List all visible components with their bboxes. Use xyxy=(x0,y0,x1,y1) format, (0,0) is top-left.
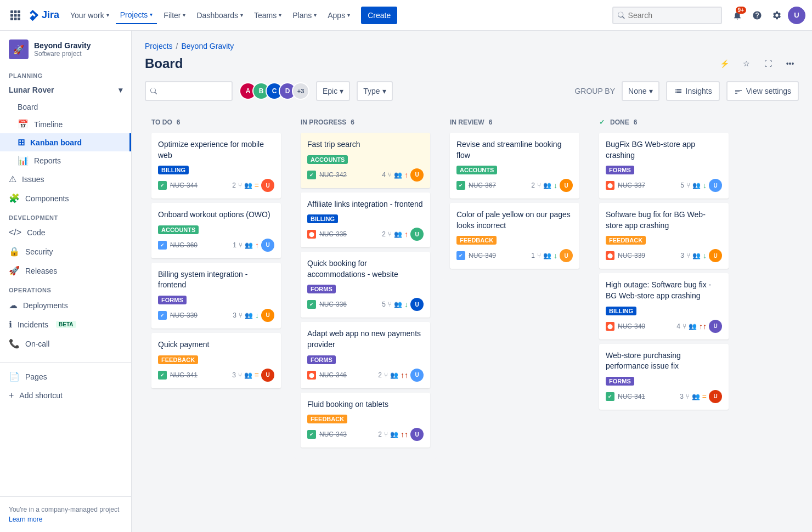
epic-dropdown[interactable]: Epic ▾ xyxy=(316,81,350,101)
card-tag: FEEDBACK xyxy=(307,415,347,423)
card-num: 3 xyxy=(680,393,684,400)
card-num: 5 xyxy=(382,301,386,308)
help-button[interactable] xyxy=(748,7,766,24)
kanban-card[interactable]: Quick payment FEEDBACK ✔ NUC-341 3 ⑂ 👥 =… xyxy=(151,333,281,388)
nav-projects[interactable]: Projects ▾ xyxy=(116,7,157,24)
nav-teams[interactable]: Teams ▾ xyxy=(250,7,286,24)
create-button[interactable]: Create xyxy=(361,7,397,24)
apps-grid-icon[interactable] xyxy=(7,7,24,24)
nav-dashboards[interactable]: Dashboards ▾ xyxy=(192,7,247,24)
card-tag: FEEDBACK xyxy=(456,236,497,245)
people-icon: 👥 xyxy=(244,182,252,189)
card-title: Billing system integration - frontend xyxy=(158,269,274,291)
sidebar-incidents[interactable]: ℹ Incidents BETA xyxy=(0,315,131,334)
nav-your-work[interactable]: Your work ▾ xyxy=(66,7,114,24)
operations-section-label: OPERATIONS xyxy=(0,280,131,296)
type-dropdown[interactable]: Type ▾ xyxy=(357,81,392,101)
more-icon[interactable]: ••• xyxy=(781,55,799,72)
nav-filter[interactable]: Filter ▾ xyxy=(159,7,190,24)
card-assignee-avatar: U xyxy=(410,298,424,311)
svg-rect-2 xyxy=(18,10,20,13)
search-input[interactable] xyxy=(628,11,717,20)
nav-apps[interactable]: Apps ▾ xyxy=(323,7,354,24)
kanban-card[interactable]: Web-store purchasing performance issue f… xyxy=(599,344,729,410)
card-tag: FORMS xyxy=(606,377,634,386)
sidebar-components[interactable]: 🧩 Components xyxy=(0,189,131,208)
user-avatar[interactable]: U xyxy=(788,7,805,24)
card-assignee-avatar: U xyxy=(560,179,573,192)
sidebar-board-subitem[interactable]: Board xyxy=(0,99,131,115)
group-by-dropdown[interactable]: None ▾ xyxy=(622,81,659,101)
kanban-card[interactable]: Color of pale yellow on our pages looks … xyxy=(450,203,579,269)
sidebar-project-header[interactable]: 🚀 Beyond Gravity Software project xyxy=(0,31,131,66)
card-tag: FORMS xyxy=(307,355,336,364)
kanban-card[interactable]: Billing system integration - frontend FO… xyxy=(151,263,281,329)
card-tag: BILLING xyxy=(307,214,338,223)
logo-text: Jira xyxy=(42,9,59,21)
kanban-card[interactable]: BugFix BG Web-store app crashing FORMS ⬤… xyxy=(599,133,729,199)
card-title: High outage: Software bug fix - BG Web-s… xyxy=(606,280,722,301)
kanban-card[interactable]: Onboard workout options (OWO) ACCOUNTS ✔… xyxy=(151,203,281,258)
priority-icon: = xyxy=(255,371,259,380)
sidebar-add-shortcut[interactable]: + Add shortcut xyxy=(0,386,131,405)
kanban-card[interactable]: Affiliate links integration - frontend B… xyxy=(301,193,430,248)
card-title: Fluid booking on tablets xyxy=(307,399,424,410)
sidebar-kanban[interactable]: ⊞ Kanban board xyxy=(0,133,131,151)
sidebar-code[interactable]: </> Code xyxy=(0,223,131,242)
card-tag: FORMS xyxy=(606,166,634,174)
card-meta: 4 ⑂ 👥 ↑↑ U xyxy=(676,320,722,333)
avatar-filter[interactable]: A B C D +3 xyxy=(239,82,309,100)
breadcrumb-projects[interactable]: Projects xyxy=(145,42,173,50)
sidebar-reports[interactable]: 📊 Reports xyxy=(0,151,131,169)
priority-icon: ↑ xyxy=(255,241,259,250)
kanban-card[interactable]: Adapt web app no new payments provider F… xyxy=(301,322,430,388)
sidebar-deployments[interactable]: ☁ Deployments xyxy=(0,296,131,315)
sidebar-issues[interactable]: ⚠ Issues xyxy=(0,169,131,189)
fullscreen-icon[interactable]: ⛶ xyxy=(759,55,777,72)
kanban-column-done: ✓ DONE 6 BugFix BG Web-store app crashin… xyxy=(593,112,735,421)
jira-logo[interactable]: Jira xyxy=(26,9,59,22)
board-header: Board ⚡ ☆ ⛶ ••• xyxy=(145,55,799,72)
col-header-todo: TO DO 6 xyxy=(151,118,281,126)
global-search[interactable] xyxy=(612,7,722,24)
card-assignee-avatar: U xyxy=(410,369,424,382)
board-search[interactable] xyxy=(145,81,233,101)
sidebar-pages[interactable]: 📄 Pages xyxy=(0,367,131,386)
sidebar-security[interactable]: 🔒 Security xyxy=(0,242,131,261)
sidebar-timeline[interactable]: 📅 Timeline xyxy=(0,115,131,133)
card-tag: BILLING xyxy=(158,166,189,174)
kanban-card[interactable]: Fast trip search ACCOUNTS ✔ NUC-342 4 ⑂ … xyxy=(301,133,430,188)
kanban-card[interactable]: Quick booking for accommodations - websi… xyxy=(301,252,430,318)
breadcrumb-project[interactable]: Beyond Gravity xyxy=(181,42,234,50)
kanban-card[interactable]: High outage: Software bug fix - BG Web-s… xyxy=(599,273,729,339)
card-meta: 2 ⑂ 👥 = U xyxy=(232,179,274,192)
avatar-more[interactable]: +3 xyxy=(292,82,309,100)
card-title: BugFix BG Web-store app crashing xyxy=(606,139,722,161)
kanban-card[interactable]: Optimize experience for mobile web BILLI… xyxy=(151,133,281,199)
sidebar-lunar-rover[interactable]: Lunar Rover ▾ xyxy=(0,81,131,99)
card-assignee-avatar: U xyxy=(410,228,424,241)
kanban-card[interactable]: Fluid booking on tablets FEEDBACK ✔ NUC-… xyxy=(301,393,430,448)
insights-button[interactable]: Insights xyxy=(666,81,720,101)
branch-icon: ⑂ xyxy=(238,371,242,379)
kanban-board: TO DO 6 Optimize experience for mobile w… xyxy=(145,112,799,459)
view-settings-button[interactable]: View settings xyxy=(726,81,799,101)
lightning-icon[interactable]: ⚡ xyxy=(715,55,733,72)
board-search-input[interactable] xyxy=(160,87,227,95)
kanban-card[interactable]: Revise and streamline booking flow ACCOU… xyxy=(450,133,579,199)
issue-id: NUC-337 xyxy=(618,182,645,189)
learn-more-link[interactable]: Learn more xyxy=(9,516,122,523)
nav-plans[interactable]: Plans ▾ xyxy=(288,7,321,24)
sidebar-oncall[interactable]: 📞 On-call xyxy=(0,334,131,353)
card-tag: ACCOUNTS xyxy=(158,225,199,234)
topnav: Jira Your work ▾ Projects ▾ Filter ▾ Das… xyxy=(0,0,812,31)
notifications-button[interactable]: 9+ xyxy=(729,7,746,24)
settings-button[interactable] xyxy=(768,7,786,24)
card-footer: ✔ NUC-342 4 ⑂ 👥 ↑ U xyxy=(307,168,424,182)
sidebar-releases[interactable]: 🚀 Releases xyxy=(0,261,131,280)
kanban-card[interactable]: Software bug fix for BG Web-store app cr… xyxy=(599,203,729,269)
star-icon[interactable]: ☆ xyxy=(737,55,755,72)
card-footer: ✔ NUC-360 1 ⑂ 👥 ↑ U xyxy=(158,239,274,252)
svg-rect-7 xyxy=(14,18,17,20)
kanban-column-inprogress: IN PROGRESS 6 Fast trip search ACCOUNTS … xyxy=(294,112,437,459)
